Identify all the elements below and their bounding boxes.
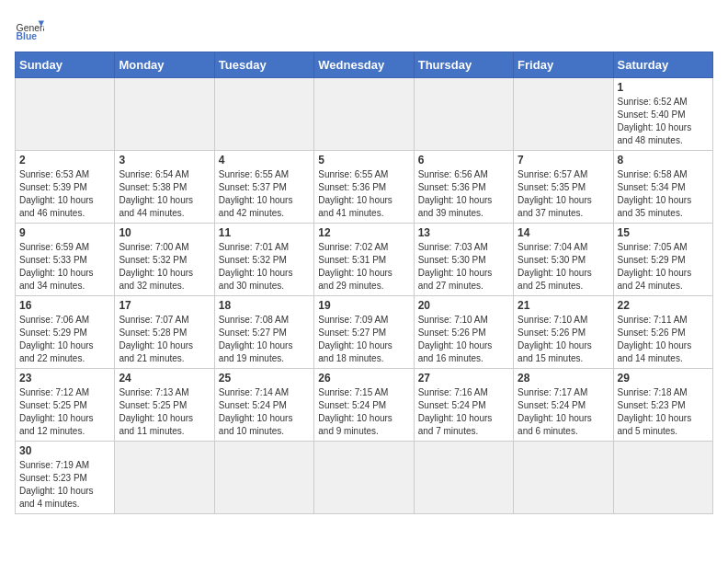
- day-cell: 3Sunrise: 6:54 AM Sunset: 5:38 PM Daylig…: [115, 151, 214, 224]
- day-number: 2: [19, 154, 110, 167]
- day-cell: 29Sunrise: 7:18 AM Sunset: 5:23 PM Dayli…: [613, 369, 712, 442]
- day-info: Sunrise: 6:59 AM Sunset: 5:33 PM Dayligh…: [19, 241, 110, 293]
- day-number: 22: [618, 299, 709, 312]
- day-info: Sunrise: 6:56 AM Sunset: 5:36 PM Dayligh…: [418, 168, 509, 220]
- day-cell: [314, 78, 414, 151]
- day-number: 28: [518, 372, 609, 385]
- header-sunday: Sunday: [16, 52, 115, 78]
- day-number: 11: [219, 226, 310, 239]
- week-row-3: 9Sunrise: 6:59 AM Sunset: 5:33 PM Daylig…: [16, 224, 713, 296]
- day-cell: 8Sunrise: 6:58 AM Sunset: 5:34 PM Daylig…: [613, 151, 712, 224]
- svg-text:Blue: Blue: [17, 31, 38, 41]
- day-number: 23: [19, 372, 110, 385]
- day-cell: 20Sunrise: 7:10 AM Sunset: 5:26 PM Dayli…: [414, 296, 513, 369]
- day-cell: 15Sunrise: 7:05 AM Sunset: 5:29 PM Dayli…: [613, 224, 712, 296]
- day-info: Sunrise: 7:19 AM Sunset: 5:23 PM Dayligh…: [19, 459, 110, 511]
- day-number: 20: [418, 299, 509, 312]
- logo: General Blue: [15, 15, 44, 44]
- day-info: Sunrise: 7:18 AM Sunset: 5:23 PM Dayligh…: [618, 386, 709, 438]
- day-cell: [115, 442, 214, 514]
- day-info: Sunrise: 7:04 AM Sunset: 5:30 PM Dayligh…: [518, 241, 609, 293]
- day-cell: 14Sunrise: 7:04 AM Sunset: 5:30 PM Dayli…: [514, 224, 613, 296]
- day-info: Sunrise: 7:00 AM Sunset: 5:32 PM Dayligh…: [119, 241, 210, 293]
- header-thursday: Thursday: [414, 52, 513, 78]
- day-number: 19: [318, 299, 409, 312]
- day-cell: 2Sunrise: 6:53 AM Sunset: 5:39 PM Daylig…: [16, 151, 115, 224]
- day-number: 24: [119, 372, 210, 385]
- day-cell: [514, 442, 613, 514]
- day-number: 25: [219, 372, 310, 385]
- week-row-1: 1Sunrise: 6:52 AM Sunset: 5:40 PM Daylig…: [16, 78, 713, 151]
- day-number: 4: [219, 154, 310, 167]
- day-cell: 5Sunrise: 6:55 AM Sunset: 5:36 PM Daylig…: [314, 151, 414, 224]
- day-number: 13: [418, 226, 509, 239]
- day-number: 8: [618, 154, 709, 167]
- day-cell: 25Sunrise: 7:14 AM Sunset: 5:24 PM Dayli…: [214, 369, 313, 442]
- day-info: Sunrise: 7:08 AM Sunset: 5:27 PM Dayligh…: [219, 314, 310, 365]
- header-saturday: Saturday: [613, 52, 712, 78]
- day-info: Sunrise: 7:03 AM Sunset: 5:30 PM Dayligh…: [418, 241, 509, 293]
- day-info: Sunrise: 7:13 AM Sunset: 5:25 PM Dayligh…: [119, 386, 210, 438]
- day-cell: [314, 442, 414, 514]
- day-info: Sunrise: 6:55 AM Sunset: 5:37 PM Dayligh…: [219, 168, 310, 220]
- day-info: Sunrise: 6:54 AM Sunset: 5:38 PM Dayligh…: [119, 168, 210, 220]
- day-info: Sunrise: 7:05 AM Sunset: 5:29 PM Dayligh…: [618, 241, 709, 293]
- day-cell: [115, 78, 214, 151]
- day-number: 26: [318, 372, 409, 385]
- day-number: 18: [219, 299, 310, 312]
- day-info: Sunrise: 7:07 AM Sunset: 5:28 PM Dayligh…: [119, 314, 210, 365]
- day-info: Sunrise: 7:17 AM Sunset: 5:24 PM Dayligh…: [518, 386, 609, 438]
- day-cell: 12Sunrise: 7:02 AM Sunset: 5:31 PM Dayli…: [314, 224, 414, 296]
- day-info: Sunrise: 7:09 AM Sunset: 5:27 PM Dayligh…: [318, 314, 409, 365]
- day-info: Sunrise: 6:58 AM Sunset: 5:34 PM Dayligh…: [618, 168, 709, 220]
- day-cell: 28Sunrise: 7:17 AM Sunset: 5:24 PM Dayli…: [514, 369, 613, 442]
- day-cell: 6Sunrise: 6:56 AM Sunset: 5:36 PM Daylig…: [414, 151, 513, 224]
- day-number: 27: [418, 372, 509, 385]
- day-info: Sunrise: 7:01 AM Sunset: 5:32 PM Dayligh…: [219, 241, 310, 293]
- day-cell: 1Sunrise: 6:52 AM Sunset: 5:40 PM Daylig…: [613, 78, 712, 151]
- week-row-6: 30Sunrise: 7:19 AM Sunset: 5:23 PM Dayli…: [16, 442, 713, 514]
- header-monday: Monday: [115, 52, 214, 78]
- calendar: SundayMondayTuesdayWednesdayThursdayFrid…: [15, 52, 713, 514]
- week-row-2: 2Sunrise: 6:53 AM Sunset: 5:39 PM Daylig…: [16, 151, 713, 224]
- day-cell: 9Sunrise: 6:59 AM Sunset: 5:33 PM Daylig…: [16, 224, 115, 296]
- day-number: 3: [119, 154, 210, 167]
- page-header: General Blue: [15, 15, 713, 44]
- week-row-4: 16Sunrise: 7:06 AM Sunset: 5:29 PM Dayli…: [16, 296, 713, 369]
- day-info: Sunrise: 7:02 AM Sunset: 5:31 PM Dayligh…: [318, 241, 409, 293]
- day-cell: [16, 78, 115, 151]
- day-number: 7: [518, 154, 609, 167]
- day-info: Sunrise: 7:14 AM Sunset: 5:24 PM Dayligh…: [219, 386, 310, 438]
- day-info: Sunrise: 7:15 AM Sunset: 5:24 PM Dayligh…: [318, 386, 409, 438]
- day-info: Sunrise: 7:12 AM Sunset: 5:25 PM Dayligh…: [19, 386, 110, 438]
- day-number: 14: [518, 226, 609, 239]
- day-info: Sunrise: 6:55 AM Sunset: 5:36 PM Dayligh…: [318, 168, 409, 220]
- day-cell: 27Sunrise: 7:16 AM Sunset: 5:24 PM Dayli…: [414, 369, 513, 442]
- day-cell: 7Sunrise: 6:57 AM Sunset: 5:35 PM Daylig…: [514, 151, 613, 224]
- day-number: 1: [618, 81, 709, 94]
- day-number: 12: [318, 226, 409, 239]
- day-cell: 26Sunrise: 7:15 AM Sunset: 5:24 PM Dayli…: [314, 369, 414, 442]
- day-number: 17: [119, 299, 210, 312]
- week-row-5: 23Sunrise: 7:12 AM Sunset: 5:25 PM Dayli…: [16, 369, 713, 442]
- day-info: Sunrise: 6:53 AM Sunset: 5:39 PM Dayligh…: [19, 168, 110, 220]
- day-info: Sunrise: 7:06 AM Sunset: 5:29 PM Dayligh…: [19, 314, 110, 365]
- day-info: Sunrise: 7:10 AM Sunset: 5:26 PM Dayligh…: [418, 314, 509, 365]
- header-row: SundayMondayTuesdayWednesdayThursdayFrid…: [16, 52, 713, 78]
- day-cell: [214, 442, 313, 514]
- day-cell: [613, 442, 712, 514]
- day-info: Sunrise: 6:57 AM Sunset: 5:35 PM Dayligh…: [518, 168, 609, 220]
- day-number: 6: [418, 154, 509, 167]
- day-cell: 23Sunrise: 7:12 AM Sunset: 5:25 PM Dayli…: [16, 369, 115, 442]
- day-number: 16: [19, 299, 110, 312]
- day-cell: 18Sunrise: 7:08 AM Sunset: 5:27 PM Dayli…: [214, 296, 313, 369]
- day-cell: 24Sunrise: 7:13 AM Sunset: 5:25 PM Dayli…: [115, 369, 214, 442]
- day-cell: [514, 78, 613, 151]
- day-number: 29: [618, 372, 709, 385]
- day-number: 9: [19, 226, 110, 239]
- day-info: Sunrise: 6:52 AM Sunset: 5:40 PM Dayligh…: [618, 96, 709, 147]
- day-cell: 19Sunrise: 7:09 AM Sunset: 5:27 PM Dayli…: [314, 296, 414, 369]
- day-cell: 4Sunrise: 6:55 AM Sunset: 5:37 PM Daylig…: [214, 151, 313, 224]
- header-wednesday: Wednesday: [314, 52, 414, 78]
- day-number: 30: [19, 444, 110, 457]
